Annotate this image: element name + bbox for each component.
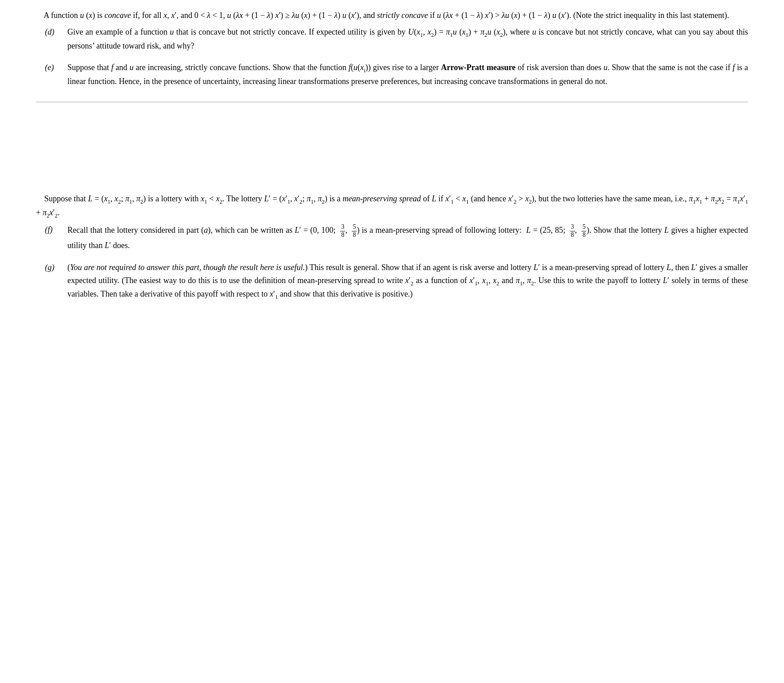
fraction-5-8-2: 5 8 [581,223,586,239]
part-g-label: (g) [45,261,67,274]
fraction-5-8-1: 5 8 [352,223,357,239]
part-f: (f) Recall that the lottery considered i… [36,223,748,252]
fraction-3-8-1: 3 8 [340,223,345,239]
part-e-content: Suppose that f and u are increasing, str… [67,61,748,88]
fraction-3-8-2: 3 8 [570,223,575,239]
part-f-label: (f) [45,223,67,236]
part-d: (d) Give an example of a function u that… [36,26,748,53]
part-f-content: Recall that the lottery considered in pa… [67,223,748,252]
part-e-label: (e) [45,61,67,74]
page-container: A function u (x) is concave if, for all … [0,0,784,683]
part-d-content: Give an example of a function u that is … [67,26,748,53]
part-d-label: (d) [45,26,67,39]
part-g: (g) (You are not required to answer this… [36,261,748,302]
intro-paragraph: A function u (x) is concave if, for all … [36,9,748,22]
part-g-content: (You are not required to answer this par… [67,261,748,302]
lottery-paragraph: Suppose that L = (x1, x2; π1, π2) is a l… [36,192,748,220]
section-divider [36,102,748,102]
part-e: (e) Suppose that f and u are increasing,… [36,61,748,88]
